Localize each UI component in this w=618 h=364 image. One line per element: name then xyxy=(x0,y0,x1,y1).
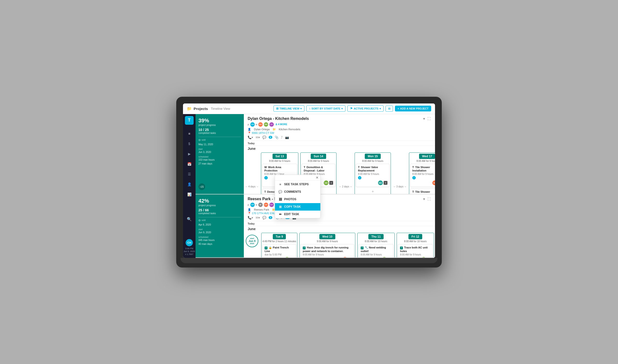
avatar-ch4: CH xyxy=(269,202,274,207)
sidebar-item-chart[interactable]: 📊 xyxy=(185,190,194,199)
month-label-1: June xyxy=(246,146,257,151)
timeline-view-btn[interactable]: ⊞ TIMELINE VIEW ▾ xyxy=(273,105,305,112)
task-icon-w: W xyxy=(264,166,267,169)
email-icon[interactable]: ✉▾ xyxy=(256,136,260,139)
task-card-ac[interactable]: ✓ Trace both AC unit holes 8:00 AM for 9… xyxy=(398,244,433,257)
task-card-tile2[interactable]: T Tile Shower Installation 8:00 AM i xyxy=(410,188,435,194)
sold-icon: ⊙ xyxy=(199,138,201,142)
copy-task-item[interactable]: ⊞ COPY TASK xyxy=(275,203,320,211)
task-dropdown-3[interactable]: ▾ xyxy=(329,181,333,185)
chevron-down-icon: ▾ xyxy=(300,107,302,110)
search-icon[interactable]: 🔍 xyxy=(185,215,194,224)
day-header-sun14[interactable]: Sun 14 xyxy=(311,154,326,159)
comment-icon[interactable]: 💬 xyxy=(262,136,266,139)
project1-expand-btn[interactable]: ‹ 15 xyxy=(199,183,205,190)
share-icon[interactable]: ⤴ xyxy=(281,136,283,139)
checkbox-welding: ✓ xyxy=(361,247,363,249)
project1-scheduled-label: scheduled xyxy=(199,156,241,158)
day-time-sun14: 8:00 AM for 9 hours xyxy=(302,160,335,162)
avatar-da: DA xyxy=(258,122,263,127)
project2-header-area: Reeses Park - Ship... ▼ ⛶ p CH w W xyxy=(244,195,435,257)
sidebar-logo[interactable]: T xyxy=(185,116,194,125)
project1-progress-pct: 39% xyxy=(199,117,241,124)
info-icon-5: i xyxy=(412,176,416,180)
sidebar-item-reports[interactable]: ☰ xyxy=(185,170,194,179)
pin-icon-2: 📍 xyxy=(248,212,251,215)
avatar[interactable]: CH xyxy=(186,239,193,246)
project2-sold-date: Apr 8, 2020 xyxy=(199,223,241,227)
task-icon-t3: T xyxy=(358,166,360,169)
photos-item[interactable]: 🖼 PHOTOS xyxy=(275,196,320,203)
project1-address[interactable]: 📍 9066 18TH CT SW xyxy=(248,131,431,135)
see-task-steps-item[interactable]: ≡ SEE TASK STEPS xyxy=(275,181,320,188)
task-card-paint[interactable]: ✓ 🔒 Paint Trench Line due by 5:00 PM GN … xyxy=(262,244,296,257)
fullscreen-icon[interactable]: ⛶ xyxy=(427,117,431,121)
avatar-ch: CH xyxy=(250,122,255,127)
day-col-tue9: Tue 9 4:49 PM for 2 hours 11 minutes ✓ 🔒… xyxy=(261,233,297,257)
project1-tasks-label: completed tasks xyxy=(199,132,241,134)
edit-task-item[interactable]: ✏ EDIT TASK xyxy=(275,211,320,218)
day-header-wed10[interactable]: Wed 10 xyxy=(319,234,335,239)
month-label-2: June xyxy=(246,226,257,231)
day-time-mon15: 8:00 AM for 9 hours xyxy=(356,160,390,162)
task-card-tile1[interactable]: T Tile Shower Installation 8:00 AM for 9… xyxy=(410,164,435,187)
day-header-wed17[interactable]: Wed 17 xyxy=(419,154,435,159)
sold-icon-2: ⊙ xyxy=(199,219,201,222)
day-time-thu11: 8:00 AM for 10 hours xyxy=(359,240,393,243)
project2-start-date: Jun 9, 2020 xyxy=(199,231,241,234)
project2-client: Reeses Park xyxy=(254,208,269,211)
comments-item[interactable]: 💬 COMMENTS xyxy=(275,188,320,196)
task-card-trench[interactable]: ✓ Have Jose dig trench for running power… xyxy=(301,244,354,257)
comment-icon-2[interactable]: 💬 xyxy=(262,216,266,220)
day-header-sat13[interactable]: Sat 13 xyxy=(272,154,287,159)
task-card-shower[interactable]: T Shower Valve Replacement 8:00 AM for 9… xyxy=(356,164,390,187)
day-col-wed10: Wed 10 9:00 AM for 9 hours ✓ Have Jose d… xyxy=(299,233,355,257)
sidebar-item-list[interactable]: ≡ xyxy=(185,129,194,138)
camera-icon[interactable]: 📷 xyxy=(285,136,289,139)
task-avatar-gn3: GN xyxy=(285,257,289,257)
add-task-btn-mon15[interactable]: + xyxy=(356,188,390,194)
filter-icon: ⊟ xyxy=(388,107,390,110)
today-label-2: Today xyxy=(246,222,257,225)
day-header-mon15[interactable]: Mon 15 xyxy=(365,154,380,159)
context-close-btn[interactable]: ✕ xyxy=(316,176,318,180)
sidebar-item-dollar[interactable]: $ xyxy=(185,139,194,148)
project2-scheduled-label: scheduled xyxy=(199,236,241,238)
project-sidebar-1: 39% project progress 10 / 25 completed t… xyxy=(196,114,244,194)
phone-icon-2[interactable]: 📞▾ xyxy=(248,216,253,220)
fullscreen-icon-2[interactable]: ⛶ xyxy=(427,197,431,201)
day-header-fri12[interactable]: Fri 12 xyxy=(408,234,422,239)
more-label: & 4 MORE xyxy=(276,123,287,126)
chevron-down-icon: ▾ xyxy=(341,107,343,110)
project-sidebar-2: 42% project progress 25 / 66 completed t… xyxy=(196,195,244,257)
add-project-btn[interactable]: + ADD A NEW PROJECT xyxy=(395,106,431,111)
comment-badge: 6 xyxy=(269,136,272,139)
email-icon-2[interactable]: ✉▾ xyxy=(256,216,260,220)
collapse-icon-2[interactable]: ▼ xyxy=(422,197,426,201)
project2-progress-pct: 42% xyxy=(199,198,241,204)
day-header-thu11[interactable]: Thu 11 xyxy=(368,234,384,239)
collapse-icon[interactable]: ▼ xyxy=(422,117,426,121)
attach-icon[interactable]: 📎 xyxy=(275,136,279,139)
photos-icon: 🖼 xyxy=(278,197,282,201)
day-time-wed10: 9:00 AM for 9 hours xyxy=(301,240,354,243)
top-bar-title: Projects xyxy=(194,107,208,111)
filter-btn[interactable]: ⊟ xyxy=(386,106,393,112)
active-projects-btn[interactable]: ⚑ ACTIVE PROJECTS ▾ xyxy=(347,105,384,112)
phone-icon[interactable]: 📞▾ xyxy=(248,136,253,139)
gap-label-2: ↔ 2 days ↔ xyxy=(337,152,354,194)
flag-icon: ⚑ xyxy=(350,107,353,110)
project1-avatars-row: p CH w DA GN JJ & 4 MORE xyxy=(248,122,431,127)
day-header-tue9[interactable]: Tue 9 xyxy=(273,234,286,239)
sidebar-item-calendar[interactable]: 📅 xyxy=(185,160,194,168)
task-dropdown-4[interactable]: ▾ xyxy=(384,181,388,185)
day-col-mon15: Mon 15 8:00 AM for 9 hours T Shower Valv… xyxy=(355,153,391,194)
sidebar-item-play[interactable]: ▶ xyxy=(185,150,194,158)
project1-start-date: Jun 3, 2020 xyxy=(199,150,241,154)
task-icon-t2: T xyxy=(304,166,305,169)
task-card-welding[interactable]: ✓ 🔧 Need welding outlet! 8:00 AM for 9 h… xyxy=(359,244,393,257)
task-avatar-gn2: GN xyxy=(324,181,329,185)
sidebar-item-users[interactable]: 👤 xyxy=(185,180,194,189)
project2-sold-label: sold xyxy=(202,219,206,221)
sort-btn[interactable]: ↕ SORT BY START DATE ▾ xyxy=(306,105,346,112)
